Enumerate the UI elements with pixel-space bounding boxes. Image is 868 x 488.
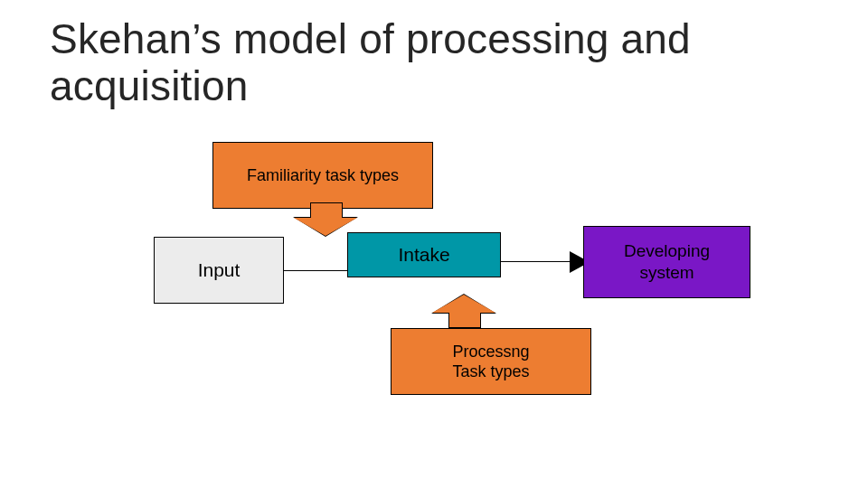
diagram-canvas: Skehan’s model of processing and acquisi… bbox=[0, 0, 868, 488]
connector-input-intake bbox=[284, 270, 347, 271]
node-intake: Intake bbox=[347, 232, 501, 277]
node-developing-system: Developingsystem bbox=[583, 226, 750, 298]
node-input: Input bbox=[154, 237, 284, 304]
slide-title: Skehan’s model of processing and acquisi… bbox=[50, 16, 791, 109]
node-processng-task-types: ProcessngTask types bbox=[391, 328, 591, 395]
connector-intake-developing bbox=[501, 261, 573, 262]
node-familiarity-task-types: Familiarity task types bbox=[212, 142, 433, 209]
arrow-up-icon bbox=[432, 294, 495, 328]
